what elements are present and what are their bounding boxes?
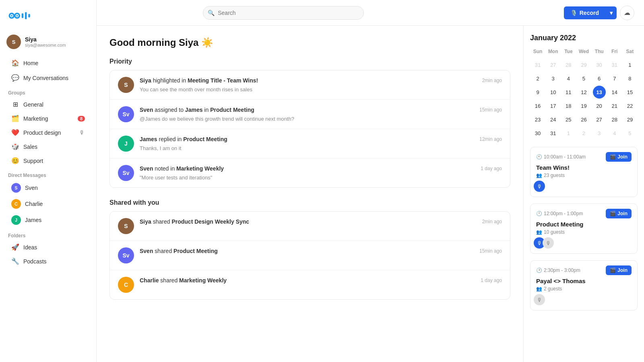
join-button-1[interactable]: 🎬 Join xyxy=(606,152,632,162)
join-button-2[interactable]: 🎬 Join xyxy=(606,209,632,218)
mic-avatar-2-gray: 🎙 xyxy=(543,237,554,249)
join-label-1: Join xyxy=(617,154,627,160)
calendar-day-29[interactable]: 29 xyxy=(623,113,636,126)
calendar-day-28[interactable]: 28 xyxy=(608,113,621,126)
calendar-day-16[interactable]: 16 xyxy=(531,99,544,112)
user-profile[interactable]: S Siya siya@awesome.com xyxy=(0,31,96,56)
card-text-2: Sven assigned to James in Product Meetin… xyxy=(140,106,474,114)
dm-avatar-charlie: C xyxy=(11,199,21,209)
search-icon: 🔍 xyxy=(208,10,215,16)
sidebar-item-marketing[interactable]: 🗂️ Marketing 8 xyxy=(3,112,93,125)
priority-cards: S Siya highlighted in Meeting Title - Te… xyxy=(109,70,510,188)
calendar-day-19[interactable]: 19 xyxy=(577,99,590,112)
sidebar-item-general[interactable]: ⊞ General xyxy=(3,98,93,111)
calendar-day-20[interactable]: 20 xyxy=(593,99,606,112)
card-content-1: Siya highlighted in Meeting Title - Team… xyxy=(140,77,477,93)
calendar-day-26[interactable]: 26 xyxy=(577,113,590,126)
sidebar-item-dm-sven[interactable]: S Sven xyxy=(3,180,93,195)
upload-button[interactable]: ☁ xyxy=(620,6,634,20)
support-label: Support xyxy=(23,158,43,164)
shared-action-3: shared xyxy=(160,277,179,284)
action-2: assigned to xyxy=(155,107,185,113)
action-3: replied in xyxy=(159,136,183,142)
sidebar-item-ideas[interactable]: 🚀 Ideas xyxy=(3,241,93,254)
day-mon: Mon xyxy=(545,47,561,56)
calendar-day-4[interactable]: 4 xyxy=(608,127,621,140)
guests-count-1: 23 guests xyxy=(544,173,565,178)
sidebar-item-podcasts[interactable]: 🔧 Podcasts xyxy=(3,255,93,268)
shared-cards: S Siya shared Product Design Weekly Sync… xyxy=(109,211,510,300)
calendar-day-6[interactable]: 6 xyxy=(593,72,606,85)
actor-name-2: Sven xyxy=(140,107,153,113)
calendar-day-27[interactable]: 27 xyxy=(547,58,559,71)
calendar-day-12[interactable]: 12 xyxy=(577,86,590,99)
calendar-day-3[interactable]: 3 xyxy=(547,72,559,85)
calendar-day-22[interactable]: 22 xyxy=(623,99,636,112)
calendar-day-30[interactable]: 30 xyxy=(531,127,544,140)
calendar-day-13[interactable]: 13 xyxy=(593,86,606,99)
calendar-day-9[interactable]: 9 xyxy=(531,86,544,99)
sidebar-item-dm-james[interactable]: J James xyxy=(3,212,93,228)
calendar-day-5[interactable]: 5 xyxy=(577,72,590,85)
sales-label: Sales xyxy=(23,144,37,150)
calendar-day-1[interactable]: 1 xyxy=(623,58,636,71)
calendar-day-15[interactable]: 15 xyxy=(623,86,636,99)
sidebar-item-product-design[interactable]: ❤️ Product design 🎙 xyxy=(3,126,93,139)
sidebar-item-sales[interactable]: 🎲 Sales xyxy=(3,140,93,153)
shared-text-3: Charlie shared Marketing Weekly xyxy=(140,277,475,285)
search-bar: 🔍 xyxy=(203,6,364,20)
shared-text-2: Sven shared Product Meeting xyxy=(140,247,474,255)
calendar-day-1[interactable]: 1 xyxy=(562,127,575,140)
shared-target-2: Product Meeting xyxy=(173,248,218,254)
sidebar-item-support[interactable]: 😊 Support xyxy=(3,154,93,167)
calendar-day-21[interactable]: 21 xyxy=(608,99,621,112)
calendar-day-31[interactable]: 31 xyxy=(608,58,621,71)
record-dropdown[interactable]: ▾ xyxy=(606,6,617,19)
calendar-day-27[interactable]: 27 xyxy=(593,113,606,126)
record-button[interactable]: 🎙️ Record ▾ xyxy=(564,6,617,19)
calendar-day-2[interactable]: 2 xyxy=(531,72,544,85)
calendar-day-10[interactable]: 10 xyxy=(547,86,559,99)
event-time-text-1: 10:00am - 11:00am xyxy=(544,154,586,160)
calendar-day-31[interactable]: 31 xyxy=(531,58,544,71)
ideas-label: Ideas xyxy=(23,244,37,251)
sidebar-item-home[interactable]: 🏠 Home xyxy=(3,56,93,70)
calendar-day-31[interactable]: 31 xyxy=(547,127,559,140)
sidebar-item-dm-charlie[interactable]: C Charlie xyxy=(3,196,93,212)
card-text-3: James replied in Product Meeting xyxy=(140,136,474,144)
svg-point-8 xyxy=(17,15,18,16)
join-button-3[interactable]: 🎬 Join xyxy=(606,265,632,275)
podcasts-icon: 🔧 xyxy=(11,257,19,265)
calendar-day-18[interactable]: 18 xyxy=(562,99,575,112)
calendar-day-2[interactable]: 2 xyxy=(577,127,590,140)
calendar-day-7[interactable]: 7 xyxy=(608,72,621,85)
calendar-week-2: 9101112131415 xyxy=(530,86,638,99)
shared-target-3: Marketing Weekly xyxy=(179,277,227,284)
user-info: Siya siya@awesome.com xyxy=(25,36,66,47)
marketing-label: Marketing xyxy=(23,115,48,122)
calendar-day-3[interactable]: 3 xyxy=(593,127,606,140)
calendar-day-11[interactable]: 11 xyxy=(562,86,575,99)
event-time-text-3: 2:30pm - 3:00pm xyxy=(544,267,580,273)
calendar-day-28[interactable]: 28 xyxy=(562,58,575,71)
search-input[interactable] xyxy=(203,6,364,20)
dm-charlie-label: Charlie xyxy=(25,201,43,207)
mic-avatar-3: 🎙 xyxy=(534,294,545,305)
calendar-day-8[interactable]: 8 xyxy=(623,72,636,85)
priority-item-3: J James replied in Product Meeting Thank… xyxy=(110,129,510,158)
calendar-day-25[interactable]: 25 xyxy=(562,113,575,126)
calendar-day-14[interactable]: 14 xyxy=(608,86,621,99)
calendar-day-4[interactable]: 4 xyxy=(562,72,575,85)
shared-target-1: Product Design Weekly Sync xyxy=(171,218,249,225)
event-time-text-2: 12:00pm - 1:00pm xyxy=(544,211,583,216)
calendar-day-29[interactable]: 29 xyxy=(577,58,590,71)
calendar-day-17[interactable]: 17 xyxy=(547,99,559,112)
calendar-day-30[interactable]: 30 xyxy=(593,58,606,71)
calendar-day-23[interactable]: 23 xyxy=(531,113,544,126)
greeting: Good morning Siya ☀️ xyxy=(109,37,510,48)
calendar-day-24[interactable]: 24 xyxy=(547,113,559,126)
record-main: 🎙️ Record xyxy=(564,6,605,19)
calendar-day-5[interactable]: 5 xyxy=(623,127,636,140)
sidebar-item-my-conversations[interactable]: 💬 My Conversations xyxy=(3,71,93,85)
svg-point-7 xyxy=(11,15,12,16)
